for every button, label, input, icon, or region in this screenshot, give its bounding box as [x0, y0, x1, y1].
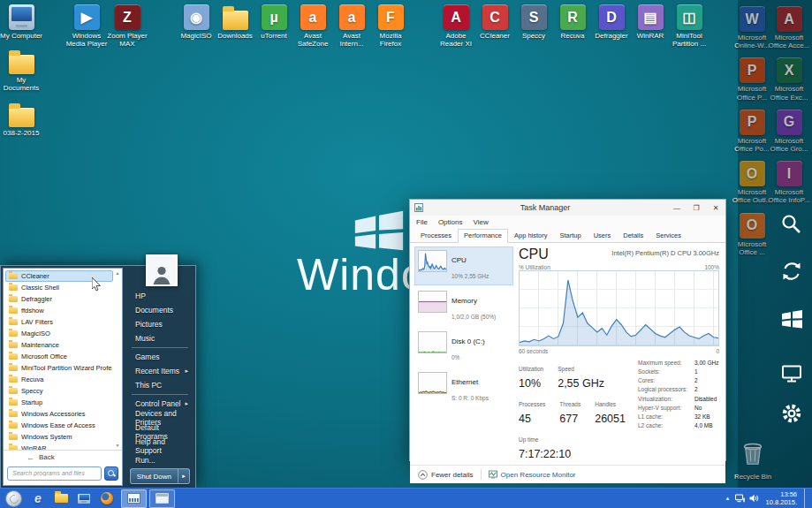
shut-down-button[interactable]: Shut Down ▸	[130, 468, 190, 484]
desktop-icon[interactable]: My Documents	[2, 49, 41, 92]
desktop-icon[interactable]: a Avast SafeZone	[293, 4, 332, 48]
search-icon[interactable]	[779, 212, 804, 237]
scroll-up-arrow[interactable]: ▲	[114, 270, 121, 276]
hidden-icons-chevron[interactable]: ▲	[725, 496, 731, 501]
start-menu-link[interactable]: Run...	[125, 453, 195, 467]
sidebar-item-cpu[interactable]: CPU 10% 2,55 GHz	[414, 246, 513, 285]
sidebar-item-sub: 0%	[452, 354, 459, 360]
cpu-mini-graph	[418, 250, 447, 272]
tab[interactable]: Startup	[553, 229, 587, 243]
desktop-icon[interactable]: Downloads	[216, 4, 254, 48]
start-menu-program[interactable]: Windows Ease of Access	[5, 420, 113, 431]
desktop-icon[interactable]: ▶ Windows Media Player	[67, 4, 106, 48]
desktop-icon[interactable]: 038-2-2015	[2, 102, 41, 137]
sidebar-item-name: Disk 0 (C:)	[452, 337, 485, 345]
start-menu-program[interactable]: Maintenance	[5, 339, 113, 351]
fewer-details-button[interactable]: Fewer details	[418, 470, 474, 480]
desktop-icon[interactable]: C CCleaner	[475, 4, 514, 48]
start-menu-link[interactable]: Games	[125, 350, 195, 364]
desktop-icon[interactable]: ▤ WinRAR	[631, 4, 670, 48]
sidebar-item-disk[interactable]: Disk 0 (C:) 0%	[414, 328, 513, 367]
desktop-icon[interactable]: F Mozilla Firefox	[371, 4, 410, 48]
desktop-icon[interactable]: a Avast Intern...	[332, 4, 371, 48]
desktop-icon[interactable]: ◫ MiniTool Partition ...	[670, 4, 709, 48]
start-menu-link[interactable]: Music	[125, 331, 195, 345]
shutdown-options-arrow[interactable]: ▸	[178, 469, 189, 483]
sidebar-item-ethernet[interactable]: Ethernet S: 0 R: 0 Kbps	[414, 368, 513, 407]
start-menu-link[interactable]: Recent Items ▸	[125, 364, 195, 378]
menu-item[interactable]: View	[473, 218, 488, 226]
taskbar-this-pc-icon[interactable]	[72, 489, 95, 507]
start-menu-program[interactable]: CCleaner	[5, 270, 113, 282]
start-menu-program[interactable]: Defraggler	[5, 293, 113, 305]
sidebar-item-memory[interactable]: Memory 1,0/2,0 GB (50%)	[414, 287, 513, 326]
sidebar-item-sub: 1,0/2,0 GB (50%)	[452, 314, 496, 320]
taskbar-clock[interactable]: 13:56 10.8.2015.	[763, 490, 800, 507]
start-menu-link[interactable]: Documents	[125, 303, 195, 317]
start-menu-program[interactable]: ffdshow	[5, 305, 113, 316]
desktop-icon[interactable]: My Computer	[2, 4, 41, 40]
start-menu-program[interactable]: MagicISO	[5, 328, 113, 339]
desktop-icon-label: MagicISO	[175, 32, 217, 40]
start-menu-program[interactable]: LAV Filters	[5, 316, 113, 328]
scroll-down-arrow[interactable]: ▼	[114, 443, 121, 448]
tab[interactable]: Services	[649, 229, 687, 243]
program-label: MiniTool Partition Wizard Profession...	[21, 364, 113, 372]
start-menu-program[interactable]: Windows Accessories	[5, 408, 113, 420]
share-icon[interactable]	[779, 259, 804, 284]
tab[interactable]: Users	[588, 229, 618, 243]
start-menu-link[interactable]: HP	[125, 289, 195, 303]
start-menu-program[interactable]: MiniTool Partition Wizard Profession...	[5, 362, 113, 374]
window-control-button[interactable]: ✕	[706, 201, 725, 215]
devices-icon[interactable]	[779, 360, 804, 385]
taskbar-window-task-manager[interactable]	[121, 489, 147, 508]
show-desktop-button[interactable]	[804, 489, 809, 508]
network-icon[interactable]	[735, 494, 745, 503]
taskbar-file-explorer-icon[interactable]	[49, 489, 72, 507]
folder-icon	[9, 365, 18, 371]
back-button[interactable]: ← Back	[4, 450, 122, 464]
tab[interactable]: Processes	[414, 229, 458, 243]
start-menu-program[interactable]: Startup	[5, 397, 113, 408]
volume-icon[interactable]	[749, 494, 759, 503]
start-menu-link[interactable]: Pictures	[125, 317, 195, 331]
start-menu-program[interactable]: Microsoft Office	[5, 351, 113, 362]
open-resource-monitor-link[interactable]: Open Resource Monitor	[489, 470, 576, 479]
tab[interactable]: Details	[617, 229, 649, 243]
start-button[interactable]	[0, 489, 27, 508]
user-avatar[interactable]	[146, 254, 178, 286]
desktop-icons-row-b: ◉ MagicISO Downloads µ uTorrent a Avast …	[177, 4, 410, 48]
start-menu-link[interactable]: Help and Support	[125, 439, 195, 453]
search-button[interactable]	[104, 466, 118, 481]
tab[interactable]: App history	[508, 229, 554, 243]
task-manager-titlebar[interactable]: Task Manager —❐✕	[410, 200, 725, 216]
window-control-button[interactable]: ❐	[687, 201, 706, 215]
start-menu-link[interactable]: This PC	[125, 378, 195, 392]
menu-item[interactable]: Options	[438, 218, 463, 226]
start-menu-program[interactable]: WinRAR	[5, 443, 113, 450]
desktop-icons-row-c: A Adobe Reader XI C CCleaner S Speccy R …	[436, 4, 709, 48]
desktop-icon[interactable]: µ uTorrent	[254, 4, 293, 48]
desktop-icon[interactable]: S Speccy	[514, 4, 553, 48]
taskbar-firefox-icon[interactable]	[95, 489, 118, 507]
taskbar-internet-explorer-icon[interactable]: e	[27, 489, 49, 507]
taskbar-window-explorer[interactable]	[149, 489, 175, 508]
app-icon: ◉	[184, 4, 209, 30]
desktop-icon[interactable]: R Recuva	[553, 4, 592, 48]
start-menu-program[interactable]: Speccy	[5, 385, 113, 397]
window-control-button[interactable]: —	[667, 201, 687, 215]
tab[interactable]: Performance	[458, 229, 508, 243]
start-menu-program[interactable]: Recuva	[5, 374, 113, 385]
program-label: MagicISO	[21, 330, 50, 337]
desktop-icon[interactable]: ◉ MagicISO	[177, 4, 216, 48]
back-arrow-icon: ←	[27, 453, 34, 462]
start-menu-program[interactable]: Classic Shell	[5, 282, 113, 293]
search-input[interactable]	[7, 466, 102, 481]
desktop-icon[interactable]: Z Zoom Player MAX	[108, 4, 147, 48]
settings-icon[interactable]	[779, 401, 804, 426]
desktop-icon[interactable]: D Defraggler	[592, 4, 631, 48]
menu-item[interactable]: File	[416, 218, 428, 226]
desktop-icon[interactable]: A Adobe Reader XI	[436, 4, 475, 48]
start-icon[interactable]	[779, 306, 804, 330]
start-menu-program[interactable]: Windows System	[5, 431, 113, 443]
